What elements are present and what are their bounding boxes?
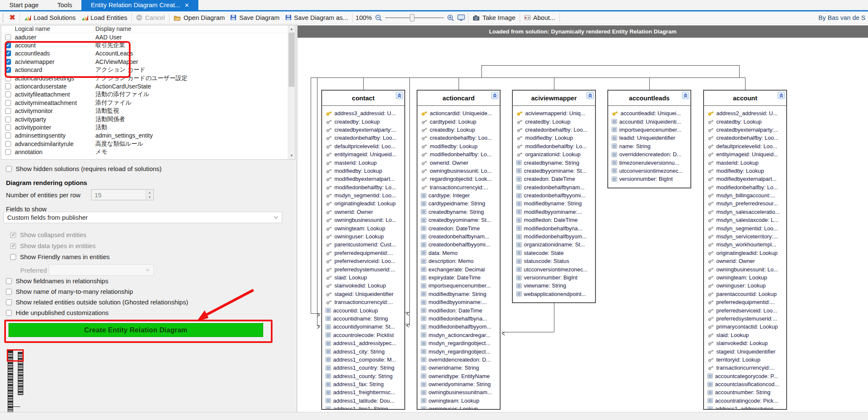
zoom-in-icon[interactable] [447, 14, 454, 22]
column-display-name[interactable]: Display name [94, 25, 295, 33]
entity-box-actioncard[interactable]: actioncardactioncardid: Uniqueide...card… [417, 90, 501, 410]
diagram-minimap[interactable] [8, 351, 26, 412]
entity-box-accountleads[interactable]: accountleadsaccountleadid: Uniquei...acc… [607, 90, 691, 188]
show-friendly-names-checkbox[interactable] [10, 254, 16, 260]
entity-checkbox[interactable] [5, 133, 11, 138]
load-solutions-button[interactable]: Load Solutions [23, 14, 77, 21]
entity-checkbox[interactable] [5, 83, 11, 89]
entity-checkbox[interactable] [5, 108, 11, 114]
collapse-button[interactable] [778, 92, 785, 99]
show-many-to-many-checkbox[interactable] [6, 289, 12, 295]
entity-box-contact[interactable]: contactaddress3_addressid: U...createdby… [321, 90, 405, 410]
entity-list-row[interactable]: aciviewmapperACIViewMapper [1, 58, 295, 66]
entity-checkbox[interactable] [5, 67, 11, 73]
take-image-button[interactable]: Take Image [471, 14, 517, 21]
stepper-down-icon[interactable]: ▼ [146, 195, 153, 199]
show-many-to-many-option[interactable]: Show name of many-to-many relationship [6, 288, 133, 295]
attribute-icon [421, 209, 426, 214]
close-tool-button[interactable]: ✖ [8, 14, 17, 21]
about-button[interactable]: About... [523, 14, 556, 21]
entity-checkbox[interactable] [5, 141, 11, 147]
load-entities-button[interactable]: Load Entities [80, 14, 129, 21]
collapse-button[interactable] [587, 92, 594, 99]
entity-checkbox[interactable] [5, 91, 11, 97]
show-fieldnames-checkbox[interactable] [6, 278, 12, 284]
entity-list-row[interactable]: actioncarduserstateActionCardUserState [1, 82, 295, 90]
show-hidden-solutions-option[interactable]: Show hidden solutions (requires reload o… [6, 165, 161, 172]
entity-list-row[interactable]: activityfileattachment活動の添付ファイル [1, 91, 295, 99]
tab-bar: Start page Tools Entity Relation Diagram… [0, 0, 868, 10]
show-fieldnames-option[interactable]: Show fieldnames in relationships [6, 277, 108, 285]
entity-checkbox[interactable] [5, 124, 11, 130]
show-friendly-names-option[interactable]: Show Friendly names in entities [10, 253, 110, 260]
scroll-down-arrow[interactable]: ▼ [288, 152, 295, 159]
entity-checkbox[interactable] [5, 75, 11, 81]
open-diagram-button[interactable]: Open Diagram [172, 14, 226, 21]
collapse-button[interactable] [491, 92, 498, 99]
stepper-up-icon[interactable]: ▲ [146, 190, 153, 195]
fields-to-show-combo[interactable]: Custom fields from publisher [3, 212, 282, 223]
entity-list-row[interactable]: adminsettingsentityadmin_settings_entity [1, 132, 295, 140]
save-diagram-as-button[interactable]: Save Diagram as... [284, 14, 350, 21]
entity-list-row[interactable]: advancedsimilarityrule高度な類似ルール [1, 140, 295, 148]
fit-screen-icon[interactable] [457, 14, 465, 21]
entity-list-row[interactable]: actioncardアクション カード [1, 66, 295, 74]
collapse-icon[interactable] [492, 92, 498, 99]
diagram-panel[interactable]: Loaded from solution: Dynamically render… [298, 24, 868, 412]
entity-box-account[interactable]: accountaddress2_addressid: U...createdby… [703, 90, 787, 410]
foreign-key-icon [326, 266, 332, 273]
entity-field: accountidname: String [322, 315, 404, 323]
collapse-icon[interactable] [396, 92, 403, 99]
column-logical-name[interactable]: Logical name [1, 25, 94, 33]
entity-list-row[interactable]: aaduserAAD User [1, 33, 295, 41]
zoom-out-icon[interactable] [375, 14, 382, 22]
entity-checkbox[interactable] [5, 149, 11, 155]
foreign-key-icon [326, 233, 332, 240]
connector-line [459, 77, 459, 90]
save-diagram-button[interactable]: Save Diagram [229, 14, 281, 21]
zoom-slider[interactable] [385, 13, 444, 22]
display-name-cell: ActionCardUserState [94, 83, 295, 90]
collapse-button[interactable] [682, 92, 689, 99]
entity-checkbox[interactable] [5, 42, 11, 48]
tab-erd-creator[interactable]: Entity Relation Diagram Creat... ✕ [81, 0, 198, 10]
collapse-icon[interactable] [682, 92, 689, 99]
create-erd-button[interactable]: Create Entity Relation Diagram [8, 323, 263, 337]
show-ghosted-checkbox[interactable] [6, 299, 12, 305]
entity-field-text: address1_city: String [333, 348, 384, 355]
entity-box-aciviewmapper[interactable]: aciviewmapperaciviewmapperid: Uniq...cre… [512, 90, 596, 303]
zoom-slider-thumb[interactable] [410, 14, 415, 22]
entity-checkbox[interactable] [5, 50, 11, 56]
close-icon[interactable]: ✕ [184, 3, 189, 8]
entity-checkbox[interactable] [5, 59, 11, 65]
entity-field: preferredserviceid: Loo... [322, 257, 404, 265]
entity-list[interactable]: Logical name Display name aaduserAAD Use… [1, 25, 295, 160]
entity-list-row[interactable]: actioncardusersettingsアクション カードのユーザー設定 [1, 74, 295, 82]
collapse-button[interactable] [396, 92, 403, 99]
collapse-icon[interactable] [587, 92, 593, 99]
entity-list-row[interactable]: account取引先企業 [1, 41, 295, 49]
tab-start-page[interactable]: Start page [0, 0, 48, 10]
entity-list-row[interactable]: activitymonitor活動監視 [1, 107, 295, 115]
scrollbar-thumb[interactable] [289, 33, 295, 87]
hide-unpublished-option[interactable]: Hide unpublished customizations [6, 309, 108, 316]
show-hidden-solutions-checkbox[interactable] [6, 166, 12, 172]
tab-tools[interactable]: Tools [48, 0, 81, 10]
show-ghosted-option[interactable]: Show related entities outside solution (… [6, 298, 188, 306]
collapse-icon[interactable] [778, 92, 785, 99]
scroll-up-arrow[interactable]: ▲ [288, 25, 295, 33]
entity-checkbox[interactable] [5, 116, 11, 122]
entity-list-scrollbar[interactable]: ▲ ▼ [288, 25, 295, 159]
entity-field: viewname: String [513, 282, 595, 290]
entity-list-row[interactable]: activitypointer活動 [1, 123, 295, 131]
entity-list-row[interactable]: accountleadsAccountLeads [1, 50, 295, 58]
entity-field: createdbyexternalparty:... [322, 126, 404, 134]
entity-checkbox[interactable] [5, 100, 11, 106]
entity-checkbox[interactable] [5, 34, 11, 40]
entity-list-row[interactable]: activitymimeattachment添付ファイル [1, 99, 295, 107]
stepper-buttons[interactable]: ▲▼ [146, 190, 153, 199]
entities-per-row-stepper[interactable]: 15 ▲▼ [91, 189, 154, 200]
hide-unpublished-checkbox[interactable] [6, 310, 12, 316]
entity-list-row[interactable]: activityparty活動関係者 [1, 115, 295, 123]
entity-list-row[interactable]: annotationメモ [1, 148, 295, 156]
